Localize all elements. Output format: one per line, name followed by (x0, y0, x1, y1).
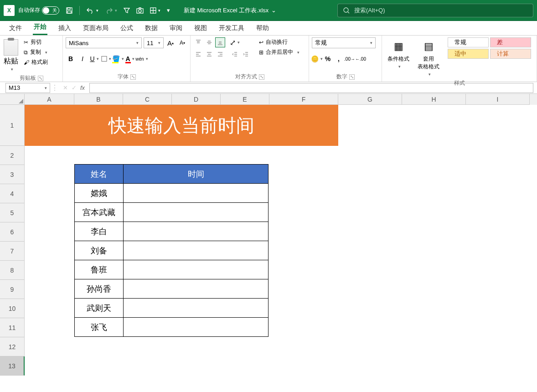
tab-dev[interactable]: 开发工具 (218, 24, 245, 35)
decrease-decimal-button[interactable]: ←.00 (356, 54, 366, 64)
autosave-toggle[interactable]: 自动保存 关 (18, 6, 59, 15)
row-header-10[interactable]: 10 (0, 299, 25, 318)
increase-font-icon[interactable]: A▴ (165, 38, 176, 48)
cell-style-bad[interactable]: 差 (490, 37, 531, 47)
row-header-6[interactable]: 6 (0, 222, 25, 242)
col-header-C[interactable]: C (123, 94, 172, 105)
title-cell[interactable]: 快速输入当前时间 (25, 105, 338, 146)
tab-review[interactable]: 审阅 (169, 24, 183, 35)
cell-time-0[interactable] (124, 184, 268, 203)
decrease-font-icon[interactable]: A▾ (177, 38, 187, 48)
cell-time-4[interactable] (124, 260, 268, 279)
increase-indent-button[interactable] (241, 49, 251, 59)
number-format-combo[interactable]: 常规▾ (312, 37, 376, 48)
col-header-B[interactable]: B (74, 94, 123, 105)
tab-layout[interactable]: 页面布局 (82, 24, 109, 35)
accounting-button[interactable]: 🪙▾ (312, 54, 322, 64)
cut-button[interactable]: ✂剪切 (22, 37, 50, 47)
tab-data[interactable]: 数据 (144, 24, 159, 35)
merge-center-button[interactable]: ⊞合并后居中▾ (257, 47, 301, 57)
align-middle-button[interactable] (204, 37, 214, 47)
row-header-11[interactable]: 11 (0, 318, 25, 337)
clipboard-launcher[interactable]: ⤡ (38, 76, 43, 81)
row-header-8[interactable]: 8 (0, 261, 25, 280)
font-launcher[interactable]: ⤡ (130, 74, 136, 80)
cell-time-6[interactable] (124, 299, 268, 318)
font-color-button[interactable]: A▾ (125, 54, 135, 64)
align-bottom-button[interactable] (215, 37, 225, 47)
header-time[interactable]: 时间 (124, 165, 268, 184)
undo-icon[interactable]: ▾ (86, 7, 98, 14)
col-header-D[interactable]: D (172, 94, 221, 105)
align-top-button[interactable] (193, 37, 203, 47)
row-header-3[interactable]: 3 (0, 165, 25, 184)
col-header-G[interactable]: G (338, 94, 402, 105)
filter-icon[interactable] (124, 7, 130, 14)
name-box[interactable]: M13▾ (5, 83, 50, 93)
col-header-A[interactable]: A (25, 94, 74, 105)
tab-insert[interactable]: 插入 (57, 24, 72, 35)
col-header-H[interactable]: H (402, 94, 466, 105)
row-header-5[interactable]: 5 (0, 203, 25, 222)
row-header-4[interactable]: 4 (0, 184, 25, 203)
customize-qat-icon[interactable]: ▾ (167, 7, 170, 14)
cell-time-5[interactable] (124, 279, 268, 299)
cell-style-calc[interactable]: 计算 (490, 49, 531, 59)
number-launcher[interactable]: ⤡ (349, 74, 355, 80)
cell-name-7[interactable]: 张飞 (75, 318, 124, 337)
increase-decimal-button[interactable]: .00→ (345, 54, 355, 64)
fx-icon[interactable]: fx (80, 84, 85, 91)
tab-help[interactable]: 帮助 (255, 24, 270, 35)
cell-name-6[interactable]: 武则天 (75, 299, 124, 318)
copy-button[interactable]: ⧉复制▾ (22, 47, 50, 57)
select-all-corner[interactable] (0, 94, 25, 105)
row-header-12[interactable]: 12 (0, 337, 25, 356)
fill-color-button[interactable]: 🪣▾ (113, 54, 123, 64)
cell-name-4[interactable]: 鲁班 (75, 260, 124, 279)
cell-name-2[interactable]: 李白 (75, 222, 124, 241)
cell-time-7[interactable] (124, 318, 268, 337)
enter-formula-icon[interactable]: ✓ (72, 84, 77, 91)
col-header-F[interactable]: F (269, 94, 338, 105)
tab-view[interactable]: 视图 (193, 24, 208, 35)
cell-name-5[interactable]: 孙尚香 (75, 279, 124, 299)
decrease-indent-button[interactable] (230, 49, 240, 59)
wrap-text-button[interactable]: ↩自动换行 (257, 37, 301, 47)
save-icon[interactable] (66, 7, 73, 14)
row-header-7[interactable]: 7 (0, 242, 25, 261)
row-header-13[interactable]: 13 (0, 356, 25, 376)
phonetic-button[interactable]: wén▾ (137, 54, 147, 64)
cell-name-0[interactable]: 嫦娥 (75, 184, 124, 203)
align-center-button[interactable] (204, 49, 214, 59)
cell-time-2[interactable] (124, 222, 268, 241)
percent-button[interactable]: % (323, 54, 333, 64)
paste-button[interactable]: 粘贴 ▾ (3, 37, 19, 73)
align-left-button[interactable] (193, 49, 203, 59)
cell-name-1[interactable]: 宫本武藏 (75, 203, 124, 222)
font-name-combo[interactable]: MiSans▾ (66, 37, 142, 48)
cell-name-3[interactable]: 刘备 (75, 241, 124, 260)
toggle-track[interactable]: 关 (42, 6, 59, 15)
cell-time-3[interactable] (124, 241, 268, 260)
align-right-button[interactable] (215, 49, 225, 59)
cell-grid[interactable]: 快速输入当前时间 姓名 时间 嫦娥 宫本武藏 李白 刘备 鲁班 孙尚香 武则天 … (25, 105, 537, 376)
row-header-9[interactable]: 9 (0, 280, 25, 299)
col-header-E[interactable]: E (221, 94, 269, 105)
camera-icon[interactable] (136, 7, 144, 14)
worksheet[interactable]: A B C D E F G H I 1 2 3 4 5 6 7 8 9 10 1… (0, 94, 537, 376)
row-header-2[interactable]: 2 (0, 146, 25, 165)
align-launcher[interactable]: ⤡ (259, 74, 264, 80)
cancel-formula-icon[interactable]: ✕ (63, 84, 68, 91)
header-name[interactable]: 姓名 (75, 165, 124, 184)
cell-style-good[interactable]: 适中 (448, 49, 489, 59)
bold-button[interactable]: B (66, 54, 76, 64)
cell-time-1[interactable] (124, 203, 268, 222)
orientation-button[interactable]: ⤢▾ (230, 37, 240, 47)
underline-button[interactable]: U▾ (89, 54, 99, 64)
italic-button[interactable]: I (77, 54, 88, 64)
tab-formula[interactable]: 公式 (119, 24, 134, 35)
redo-icon[interactable]: ▾ (105, 7, 117, 14)
col-header-I[interactable]: I (466, 94, 530, 105)
font-size-combo[interactable]: 11▾ (144, 37, 164, 48)
format-as-table-button[interactable]: ▤ 套用 表格格式▾ (415, 37, 442, 78)
